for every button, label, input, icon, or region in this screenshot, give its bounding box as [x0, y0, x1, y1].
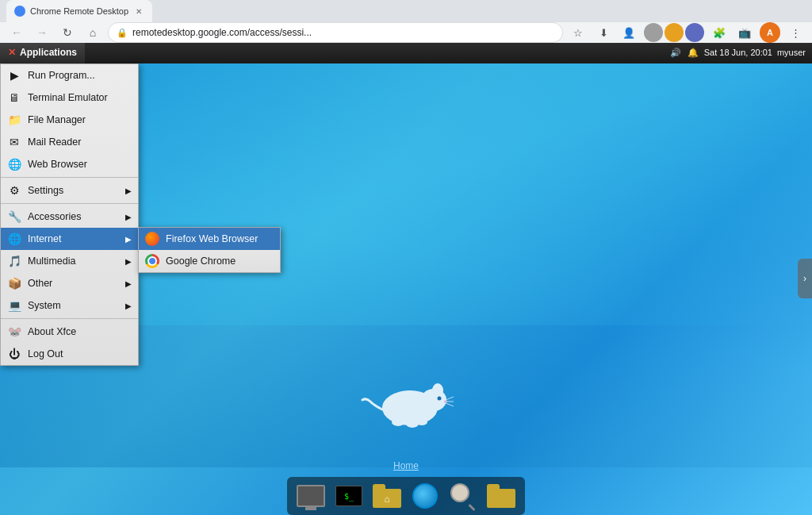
svg-line-5	[446, 397, 454, 400]
extensions-button[interactable]: 🧩	[709, 22, 730, 43]
svg-point-2	[432, 383, 443, 398]
terminal-label: Terminal Emulator	[28, 92, 108, 103]
logout-icon: ⏻	[7, 347, 21, 361]
tab-close-button[interactable]: ✕	[133, 6, 144, 17]
mouse-mascot	[358, 370, 454, 436]
terminal-icon: 🖥	[7, 90, 21, 105]
google-chrome-label: Google Chrome	[166, 256, 236, 267]
forward-button[interactable]: →	[32, 22, 52, 43]
system-label: System	[28, 300, 61, 311]
search-taskbar-icon	[450, 483, 476, 509]
run-program-label: Run Program...	[28, 70, 95, 81]
download-button[interactable]: ⬇	[593, 22, 614, 43]
url-text: remotedesktop.google.com/access/sessi...	[132, 27, 312, 38]
chrome-icon-wrapper	[145, 254, 159, 268]
submenu-item-chrome[interactable]: Google Chrome	[139, 250, 280, 272]
menu-item-settings[interactable]: ⚙ Settings ▶	[1, 179, 138, 202]
bookmark-button[interactable]: ☆	[568, 22, 588, 43]
accessories-arrow: ▶	[125, 213, 132, 221]
menu-item-multimedia[interactable]: 🎵 Multimedia ▶	[1, 250, 138, 272]
multimedia-icon: 🎵	[7, 254, 21, 268]
active-tab[interactable]: Chrome Remote Desktop ✕	[6, 0, 152, 22]
volume-icon[interactable]: 🔊	[669, 46, 682, 59]
web-browser-label: Web Browser	[28, 159, 87, 170]
chrome-tabs-bar: Chrome Remote Desktop ✕	[0, 0, 812, 22]
internet-icon: 🌐	[7, 232, 21, 246]
taskbar-search-item[interactable]	[446, 480, 481, 512]
accessories-label: Accessories	[28, 211, 81, 222]
account-button[interactable]: 👤	[619, 22, 639, 43]
reload-button[interactable]: ↻	[57, 22, 78, 43]
menu-item-web-browser[interactable]: 🌐 Web Browser	[1, 153, 138, 175]
home-button[interactable]: ⌂	[82, 22, 103, 43]
menu-divider-2	[1, 203, 138, 204]
avatar-group	[644, 23, 704, 42]
settings-arrow: ▶	[125, 186, 132, 195]
avatar-orange	[665, 23, 684, 42]
submenu-item-firefox[interactable]: Firefox Web Browser	[139, 228, 280, 250]
system-arrow: ▶	[125, 302, 132, 310]
applications-label: Applications	[20, 47, 77, 58]
applications-menu-button[interactable]: ✕ Applications	[0, 41, 85, 63]
menu-item-run-program[interactable]: ▶ Run Program...	[1, 64, 138, 86]
xfce-logo: ✕	[8, 47, 16, 58]
secure-icon: 🔒	[117, 28, 128, 38]
xfce-taskbar: $_ ⌂	[0, 477, 812, 515]
menu-divider-3	[1, 318, 138, 319]
taskbar-screen-item[interactable]	[293, 480, 328, 512]
menu-item-other[interactable]: 📦 Other ▶	[1, 272, 138, 294]
menu-item-file-manager[interactable]: 📁 File Manager	[1, 109, 138, 131]
files-taskbar-icon	[487, 484, 515, 508]
tab-title: Chrome Remote Desktop	[30, 6, 128, 16]
svg-point-10	[416, 419, 427, 425]
globe-taskbar-icon	[412, 483, 438, 509]
mail-icon: ✉	[7, 135, 21, 149]
menu-item-system[interactable]: 💻 System ▶	[1, 294, 138, 317]
home-link[interactable]: Home	[393, 460, 419, 471]
menu-item-internet[interactable]: 🌐 Internet ▶	[1, 228, 138, 250]
terminal-taskbar-icon: $_	[335, 486, 362, 506]
menu-divider-1	[1, 177, 138, 178]
accessories-icon: 🔧	[7, 209, 21, 224]
system-icon: 💻	[7, 298, 21, 313]
other-icon: 📦	[7, 276, 21, 290]
web-browser-icon: 🌐	[7, 157, 21, 171]
internet-label: Internet	[28, 233, 61, 244]
taskbar-terminal-item[interactable]: $_	[331, 480, 366, 512]
taskbar-globe-item[interactable]	[408, 480, 442, 512]
menu-item-mail-reader[interactable]: ✉ Mail Reader	[1, 131, 138, 153]
username-label: myuser	[777, 48, 806, 57]
svg-point-3	[438, 397, 442, 401]
xfce-desktop: ✕ Applications 🔊 🔔 Sat 18 Jun, 20:01 myu…	[0, 41, 812, 515]
address-bar[interactable]: 🔒 remotedesktop.google.com/access/sessi.…	[108, 22, 563, 43]
collapse-button[interactable]: ›	[798, 259, 812, 298]
cast-button[interactable]: 📺	[734, 22, 755, 43]
menu-item-log-out[interactable]: ⏻ Log Out	[1, 343, 138, 365]
screen-icon	[297, 485, 325, 507]
menu-item-about-xfce[interactable]: 🐭 About Xfce	[1, 321, 138, 343]
run-program-icon: ▶	[7, 68, 21, 83]
system-tray: 🔊 🔔 Sat 18 Jun, 20:01 myuser	[663, 46, 812, 59]
chrome-menu-button[interactable]: ⋮	[785, 22, 806, 43]
menu-item-accessories[interactable]: 🔧 Accessories ▶	[1, 206, 138, 228]
multimedia-arrow: ▶	[125, 257, 132, 266]
back-button[interactable]: ←	[6, 22, 27, 43]
xfce-topbar: ✕ Applications 🔊 🔔 Sat 18 Jun, 20:01 myu…	[0, 41, 812, 63]
taskbar-home-folder-item[interactable]: ⌂	[370, 480, 404, 512]
applications-menu: ▶ Run Program... 🖥 Terminal Emulator 📁 F…	[0, 63, 139, 366]
firefox-icon	[145, 232, 159, 246]
profile-circle[interactable]: A	[760, 22, 780, 43]
avatar-purple	[685, 23, 704, 42]
about-xfce-icon: 🐭	[7, 325, 21, 339]
log-out-label: Log Out	[28, 348, 63, 359]
menu-item-terminal[interactable]: 🖥 Terminal Emulator	[1, 86, 138, 109]
about-xfce-label: About Xfce	[28, 326, 76, 337]
svg-point-8	[392, 418, 404, 426]
settings-icon: ⚙	[7, 183, 21, 198]
firefox-label: Firefox Web Browser	[166, 233, 258, 244]
bell-icon[interactable]: 🔔	[687, 46, 699, 59]
taskbar-files-item[interactable]	[484, 480, 519, 512]
file-manager-icon: 📁	[7, 113, 21, 127]
chrome-toolbar: ← → ↻ ⌂ 🔒 remotedesktop.google.com/acces…	[0, 22, 812, 43]
other-label: Other	[28, 278, 52, 289]
